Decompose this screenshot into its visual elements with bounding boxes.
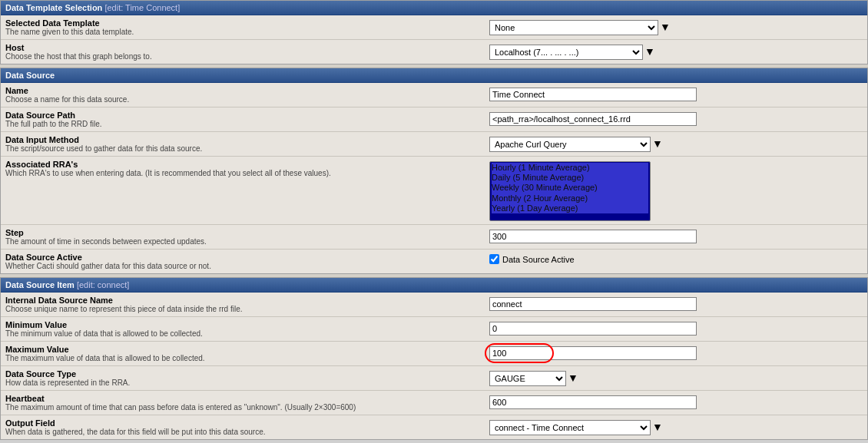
rras-listbox-wrapper: Hourly (1 Minute Average) Daily (5 Minut… (489, 161, 651, 221)
output-field-select[interactable]: connect - Time Connect (489, 420, 651, 435)
template-selection-header: Data Template Selection [edit: Time Conn… (1, 1, 867, 15)
host-select-arrow-icon: ▼ (644, 45, 655, 58)
name-desc: Choose a name for this data source. (5, 95, 489, 104)
step-desc: The amount of time in seconds between ex… (5, 237, 489, 246)
associated-rras-row: Associated RRA's Which RRA's to use when… (1, 157, 867, 225)
maximum-value-input[interactable]: 100 (489, 346, 697, 360)
host-select[interactable]: Localhost (7... . ... . ...) (489, 45, 643, 60)
data-source-type-label: Data Source Type (5, 369, 489, 379)
selected-data-template-select[interactable]: None (489, 20, 658, 35)
associated-rras-desc: Which RRA's to use when entering data. (… (5, 169, 489, 177)
name-input[interactable]: Time Connect (489, 88, 697, 101)
data-source-path-row: Data Source Path The full path to the RR… (1, 107, 867, 132)
maximum-value-highlight: 100 (489, 346, 697, 360)
template-selection-section: Data Template Selection [edit: Time Conn… (0, 0, 868, 64)
data-source-path-desc: The full path to the RRD file. (5, 120, 489, 128)
data-input-method-label: Data Input Method (5, 135, 489, 144)
minimum-value-desc: The minimum value of data that is allowe… (5, 329, 489, 338)
data-source-active-checkbox-label[interactable]: Data Source Active (489, 254, 575, 264)
output-field-arrow-icon: ▼ (652, 420, 663, 434)
data-source-active-checkbox[interactable] (489, 254, 499, 264)
data-input-method-select[interactable]: Apache Curl Query Apache Query Get SNMP … (489, 137, 651, 152)
selected-data-template-desc: The name given to this data template. (5, 28, 489, 36)
output-field-label: Output Field (5, 418, 489, 428)
data-source-active-label: Data Source Active (5, 253, 489, 262)
data-input-method-desc: The script/source used to gather data fo… (5, 144, 489, 153)
data-source-type-desc: How data is represented in the RRA. (5, 379, 489, 387)
data-source-section: Data Source Name Choose a name for this … (0, 68, 868, 274)
data-source-path-input[interactable]: <path_rra>/localhost_connect_16.rrd (489, 112, 697, 126)
selected-data-template-row: Selected Data Template The name given to… (1, 15, 867, 40)
select-arrow-icon: ▼ (660, 20, 671, 34)
name-row: Name Choose a name for this data source.… (1, 83, 867, 107)
data-source-active-checkbox-text: Data Source Active (502, 255, 575, 264)
minimum-value-input[interactable]: 0 (489, 322, 697, 336)
data-source-item-section: Data Source Item [edit: connect] Interna… (0, 277, 868, 440)
host-label: Host (5, 43, 489, 52)
data-source-header: Data Source (1, 68, 867, 83)
minimum-value-label: Minimum Value (5, 320, 489, 329)
data-source-type-select[interactable]: GAUGE COUNTER DERIVE ABSOLUTE (489, 371, 566, 386)
minimum-value-row: Minimum Value The minimum value of data … (1, 317, 867, 342)
internal-data-source-name-row: Internal Data Source Name Choose unique … (1, 293, 867, 317)
internal-data-source-name-input[interactable]: connect (489, 297, 697, 311)
data-source-type-row: Data Source Type How data is represented… (1, 366, 867, 391)
data-source-type-arrow-icon: ▼ (568, 371, 578, 385)
data-input-arrow-icon: ▼ (652, 137, 663, 150)
data-source-active-row: Data Source Active Whether Cacti should … (1, 250, 867, 273)
output-field-desc: When data is gathered, the data for this… (5, 428, 489, 436)
step-row: Step The amount of time in seconds betwe… (1, 225, 867, 250)
associated-rras-listbox[interactable]: Hourly (1 Minute Average) Daily (5 Minut… (489, 161, 651, 221)
data-source-active-desc: Whether Cacti should gather data for thi… (5, 262, 489, 270)
selected-data-template-label: Selected Data Template (5, 18, 489, 28)
name-label: Name (5, 86, 489, 95)
host-desc: Choose the host that this graph belongs … (5, 52, 489, 61)
data-source-item-header: Data Source Item [edit: connect] (1, 278, 867, 293)
data-input-method-row: Data Input Method The script/source used… (1, 132, 867, 157)
heartbeat-desc: The maximum amount of time that can pass… (5, 403, 489, 412)
heartbeat-input[interactable]: 600 (489, 395, 697, 409)
maximum-value-desc: The maximum value of data that is allowe… (5, 354, 489, 362)
associated-rras-label: Associated RRA's (5, 160, 489, 169)
internal-data-source-name-desc: Choose unique name to represent this pie… (5, 305, 489, 313)
heartbeat-row: Heartbeat The maximum amount of time tha… (1, 391, 867, 415)
internal-data-source-name-label: Internal Data Source Name (5, 296, 489, 305)
output-field-row: Output Field When data is gathered, the … (1, 415, 867, 439)
host-row: Host Choose the host that this graph bel… (1, 40, 867, 64)
maximum-value-row: Maximum Value The maximum value of data … (1, 342, 867, 366)
step-label: Step (5, 228, 489, 237)
page-wrapper: Data Template Selection [edit: Time Conn… (0, 0, 868, 440)
step-input[interactable]: 300 (489, 230, 697, 243)
maximum-value-label: Maximum Value (5, 345, 489, 354)
heartbeat-label: Heartbeat (5, 394, 489, 403)
data-source-path-label: Data Source Path (5, 111, 489, 120)
